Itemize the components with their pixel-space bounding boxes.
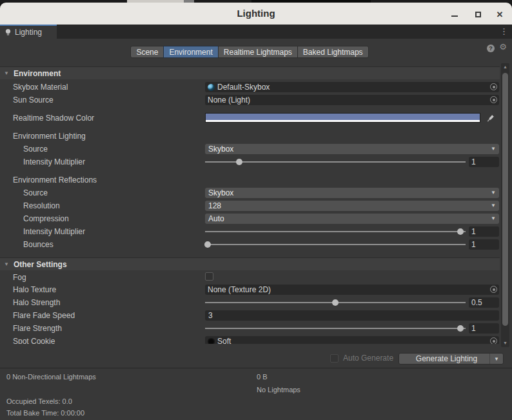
compression-dropdown[interactable]: Auto ▼: [205, 214, 499, 224]
alpha-bar: [206, 120, 480, 122]
resolution-row: Resolution 128 ▼: [0, 201, 500, 211]
field-label: Fog: [13, 273, 26, 282]
maximize-button[interactable]: [472, 8, 484, 20]
chevron-down-icon: ▼: [491, 190, 496, 195]
tab-scene[interactable]: Scene: [130, 46, 164, 58]
intensity-multiplier-value[interactable]: 1: [469, 157, 499, 167]
env-lighting-intensity-row: Intensity Multiplier 1: [0, 157, 500, 167]
dropdown-value: Skybox: [208, 188, 233, 197]
kebab-menu-icon[interactable]: ⋮: [500, 26, 508, 36]
field-label: Compression: [23, 214, 69, 223]
vertical-scrollbar[interactable]: ▲ ▼: [501, 63, 509, 347]
minimize-button[interactable]: [449, 8, 460, 20]
field-label: Spot Cookie: [13, 337, 55, 344]
tab-label: Lighting: [15, 28, 42, 37]
field-label: Resolution: [23, 201, 60, 210]
slider-thumb[interactable]: [457, 325, 464, 332]
object-field-value: Default-Skybox: [217, 83, 270, 92]
spot-cookie-field[interactable]: Soft: [205, 336, 499, 344]
env-lighting-source-dropdown[interactable]: Skybox ▼: [205, 144, 499, 154]
toolbar: Scene Environment Realtime Lightmaps Bak…: [0, 46, 499, 58]
slider-track[interactable]: [205, 231, 466, 232]
slider-thumb[interactable]: [332, 299, 339, 306]
object-field-value: Soft: [217, 337, 231, 344]
object-picker-icon[interactable]: [490, 96, 497, 103]
field-label: Intensity Multiplier: [23, 227, 85, 236]
env-reflections-source-row: Source Skybox ▼: [0, 188, 500, 198]
bounces-slider[interactable]: [205, 239, 466, 250]
object-picker-icon[interactable]: [490, 83, 497, 90]
skybox-material-field[interactable]: Default-Skybox: [205, 82, 499, 92]
env-reflections-source-dropdown[interactable]: Skybox ▼: [205, 188, 499, 198]
spot-cookie-texture-icon: [208, 338, 215, 345]
slider-track[interactable]: [205, 161, 466, 163]
section-header-environment[interactable]: ▼ Environment: [0, 66, 500, 79]
tab-environment[interactable]: Environment: [163, 46, 218, 58]
reflections-intensity-slider[interactable]: [205, 226, 466, 237]
flare-strength-value[interactable]: 1: [469, 323, 499, 334]
close-button[interactable]: ✕: [494, 8, 506, 20]
halo-texture-field[interactable]: None (Texture 2D): [205, 285, 499, 295]
field-label: Flare Strength: [13, 324, 62, 333]
scrollbar-thumb[interactable]: [502, 73, 508, 326]
help-icon[interactable]: ?: [487, 45, 495, 52]
object-picker-icon[interactable]: [490, 337, 497, 344]
sun-source-field[interactable]: None (Light): [205, 95, 499, 105]
tab-lighting[interactable]: Lighting: [0, 25, 57, 39]
slider-track[interactable]: [205, 244, 466, 245]
lightmaps-count: 0 Non-Directional Lightmaps: [6, 373, 96, 381]
scroll-down-icon[interactable]: ▼: [501, 339, 509, 347]
flare-fade-speed-field[interactable]: 3: [205, 310, 499, 321]
foldout-icon: ▼: [4, 261, 9, 267]
halo-texture-row: Halo Texture None (Texture 2D): [0, 285, 500, 295]
flare-strength-row: Flare Strength 1: [0, 323, 500, 334]
section-header-other-settings[interactable]: ▼ Other Settings: [0, 257, 500, 270]
occupied-texels: Occupied Texels: 0.0: [6, 397, 72, 405]
chevron-down-icon: ▼: [491, 203, 496, 208]
shadow-color-swatch[interactable]: [205, 113, 480, 123]
total-bake-time: Total Bake Time: 0:00:00: [6, 409, 84, 417]
bounces-value[interactable]: 1: [469, 239, 499, 250]
eyedropper-icon[interactable]: [486, 113, 496, 123]
dropdown-value: Skybox: [208, 145, 233, 154]
maximize-icon: [475, 12, 481, 17]
foldout-icon: ▼: [4, 70, 9, 76]
object-field-value: None (Light): [208, 95, 250, 105]
color-area: [206, 114, 480, 120]
titlebar[interactable]: Lighting ✕: [0, 3, 512, 25]
intensity-multiplier-slider[interactable]: [205, 157, 466, 167]
flare-strength-slider[interactable]: [205, 323, 466, 334]
compression-row: Compression Auto ▼: [0, 214, 500, 224]
generate-lighting-label: Generate Lighting: [416, 354, 477, 363]
auto-generate-checkbox[interactable]: [330, 354, 339, 363]
field-label: Halo Strength: [13, 298, 60, 307]
slider-thumb[interactable]: [236, 159, 242, 165]
generate-lighting-button[interactable]: Generate Lighting ▼: [399, 353, 504, 365]
dropdown-value: Auto: [208, 214, 224, 223]
generate-dropdown-icon[interactable]: ▼: [489, 354, 503, 364]
field-label: Sun Source: [13, 95, 54, 105]
field-label: Source: [23, 145, 48, 154]
gear-icon[interactable]: ⚙: [499, 43, 507, 51]
halo-strength-slider[interactable]: [205, 297, 466, 308]
halo-strength-value[interactable]: 0.5: [469, 297, 499, 308]
environment-lighting-group-row: Environment Lighting: [0, 131, 500, 141]
resolution-dropdown[interactable]: 128 ▼: [205, 201, 499, 211]
env-lighting-source-row: Source Skybox ▼: [0, 144, 500, 154]
slider-track[interactable]: [205, 328, 466, 329]
object-picker-icon[interactable]: [490, 286, 497, 293]
env-reflections-intensity-row: Intensity Multiplier 1: [0, 226, 500, 237]
scroll-up-icon[interactable]: ▲: [501, 63, 509, 71]
slider-thumb[interactable]: [204, 241, 211, 248]
tab-baked-lightmaps[interactable]: Baked Lightmaps: [297, 46, 369, 58]
fog-checkbox[interactable]: [205, 272, 213, 281]
auto-generate-label: Auto Generate: [343, 354, 393, 363]
section-title: Other Settings: [14, 260, 67, 269]
flare-fade-speed-row: Flare Fade Speed 3: [0, 310, 500, 321]
slider-thumb[interactable]: [457, 228, 464, 235]
section-title: Environment: [14, 69, 61, 78]
reflections-intensity-value[interactable]: 1: [469, 226, 499, 237]
window-title: Lighting: [0, 8, 512, 19]
tab-realtime-lightmaps[interactable]: Realtime Lightmaps: [218, 46, 298, 58]
halo-strength-row: Halo Strength 0.5: [0, 297, 500, 308]
